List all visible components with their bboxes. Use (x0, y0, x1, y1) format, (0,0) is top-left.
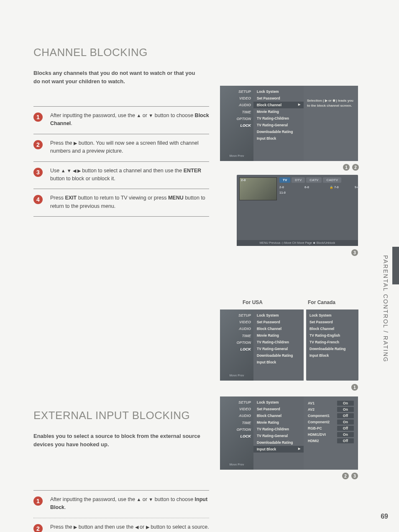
menu-item: Movie Rating (253, 108, 304, 115)
info-column: Selection ( ▶ or ⏺) leads you to the blo… (304, 86, 358, 161)
step: 3 Use ▲ ▼ ◀ ▶ button to select a channel… (33, 162, 209, 189)
nav-item: AUDIO (220, 325, 251, 332)
input-state: On (337, 419, 354, 425)
badge: 3 (351, 249, 358, 256)
tab: DTV (292, 177, 305, 183)
badge: 2 (352, 164, 359, 171)
nav-footer-hint: Move Prev (222, 153, 252, 159)
input-state: Off (337, 426, 354, 431)
step-text: After inputting the password, use the ▲ … (50, 496, 209, 512)
menu-item: Lock System (306, 312, 358, 319)
usa-menu-screenshot: SETUP VIDEO AUDIO TIME OPTION LOCK Move … (220, 309, 304, 381)
menu-column: Lock System Set Password Block Channel M… (253, 86, 304, 161)
nav-item: OPTION (220, 339, 251, 346)
menu-item: Block Channel (253, 325, 304, 332)
step: 2 Press the ▶ button and then use the ◀ … (33, 518, 209, 532)
section2-intro: Enables you to select a source to block … (33, 432, 201, 448)
menu-item: Input Block (253, 135, 304, 142)
step: 2 Press the ▶ button. You will now see a… (33, 134, 209, 162)
menu-item: Input Block (253, 359, 304, 366)
nav-item: TIME (220, 419, 251, 426)
nav-item: SETUP (220, 399, 251, 406)
nav-footer-hint: Move Prev (222, 462, 252, 468)
nav-item: OPTION (220, 426, 251, 433)
badge: 2 (342, 473, 349, 479)
section1-intro: Blocks any channels that you do not want… (33, 69, 201, 85)
nav-item: VIDEO (220, 319, 251, 325)
nav-column: SETUP VIDEO AUDIO TIME OPTION LOCK Move … (220, 86, 253, 161)
bottom-hint: MENU Previous ◇ Move CH Move Page ⏺ Bloc… (237, 240, 358, 246)
menu-item-selected: Block Channel (253, 102, 304, 108)
nav-item: TIME (220, 332, 251, 339)
channel-cell: 9-0 (355, 185, 371, 189)
side-section-label: PARENTAL CONTROL / RATING (382, 255, 389, 363)
nav-item: AUDIO (220, 102, 251, 108)
channel-cell: 6-0 (304, 185, 320, 189)
input-name: Component1 (308, 414, 330, 418)
menu-item: Lock System (253, 88, 304, 95)
menu-item-selected: Input Block (253, 446, 304, 453)
section2-steps: 1 After inputting the password, use the … (33, 490, 209, 532)
menu-column: Lock System Set Password Block Channel T… (306, 309, 358, 361)
side-accent-bar (392, 247, 399, 284)
menu-item: Block Channel (253, 412, 304, 419)
step-text: Press the ▶ button and then use the ◀ or… (50, 523, 209, 531)
step-number: 1 (33, 113, 43, 122)
nav-column: SETUP VIDEO AUDIO TIME OPTION LOCK Move … (220, 396, 253, 470)
tab: TV (279, 177, 290, 183)
nav-item: OPTION (220, 115, 251, 122)
menu-item: Set Password (253, 319, 304, 325)
step-text: Press EXIT button to return to TV viewin… (50, 194, 209, 210)
input-name: HDMI1/DVI (308, 432, 326, 437)
menu-item: Downloadable Rating (253, 439, 304, 446)
menu-item: TV Rating-French (306, 339, 358, 345)
input-name: RGB-PC (308, 426, 322, 430)
section1-title: CHANNEL BLOCKING (33, 46, 370, 59)
menu-item: Block Channel (306, 325, 358, 332)
input-state: On (337, 401, 354, 406)
input-state: On (337, 432, 354, 437)
menu-item: Downloadable Rating (306, 345, 358, 352)
menu-item: Downloadable Rating (253, 352, 304, 359)
menu-item: TV Rating-Children (253, 339, 304, 345)
menu-column: Lock System Set Password Block Channel M… (253, 396, 304, 470)
section1-steps: 1 After inputting the password, use the … (33, 106, 209, 217)
channel-cell: 11-0 (279, 191, 295, 194)
menu-item: Movie Rating (253, 332, 304, 339)
menu-item: TV Rating-General (253, 345, 304, 352)
menu-item: Set Password (253, 406, 304, 412)
screenshot-badges: 3 (351, 249, 358, 256)
channel-cell-locked: 7-0 (330, 185, 345, 189)
input-block-screenshot: SETUP VIDEO AUDIO TIME OPTION LOCK Move … (220, 396, 358, 470)
step-text: Press the ▶ button. You will now see a s… (50, 139, 209, 156)
menu-item: TV Rating-Children (253, 115, 304, 122)
info-text: Selection ( ▶ or ⏺) leads you to the blo… (307, 98, 355, 108)
menu-item: TV Rating-English (306, 332, 358, 339)
nav-column: SETUP VIDEO AUDIO TIME OPTION LOCK Move … (220, 309, 253, 381)
step-text: After inputting the password, use the ▲ … (50, 112, 209, 128)
input-name: AV1 (308, 401, 315, 405)
menu-item: TV Rating-General (253, 122, 304, 128)
screenshot-badges: 2 3 (342, 473, 358, 479)
label-usa: For USA (243, 299, 263, 305)
tab: CADTV (323, 177, 341, 183)
menu-item: Input Block (306, 352, 358, 359)
preview-label: 2-0 (241, 178, 246, 182)
nav-item: AUDIO (220, 412, 251, 419)
step-number: 2 (33, 524, 43, 532)
badge: 1 (343, 164, 350, 171)
tab: CATV (306, 177, 322, 183)
step: 4 Press EXIT button to return to TV view… (33, 189, 209, 217)
step: 1 After inputting the password, use the … (33, 107, 209, 134)
menu-item: TV Rating-General (253, 432, 304, 439)
input-table: AV1On AV2On Component1Off Component2On R… (304, 396, 358, 470)
badge: 3 (351, 473, 358, 479)
menu-item: Lock System (253, 399, 304, 406)
input-name: HDMI2 (308, 439, 319, 443)
badge: 1 (351, 384, 358, 391)
input-state: On (337, 407, 354, 412)
input-name: Component2 (308, 420, 330, 424)
channel-cell: 2-0 (279, 185, 295, 189)
page-number: 69 (381, 513, 388, 520)
step-number: 2 (33, 140, 43, 149)
